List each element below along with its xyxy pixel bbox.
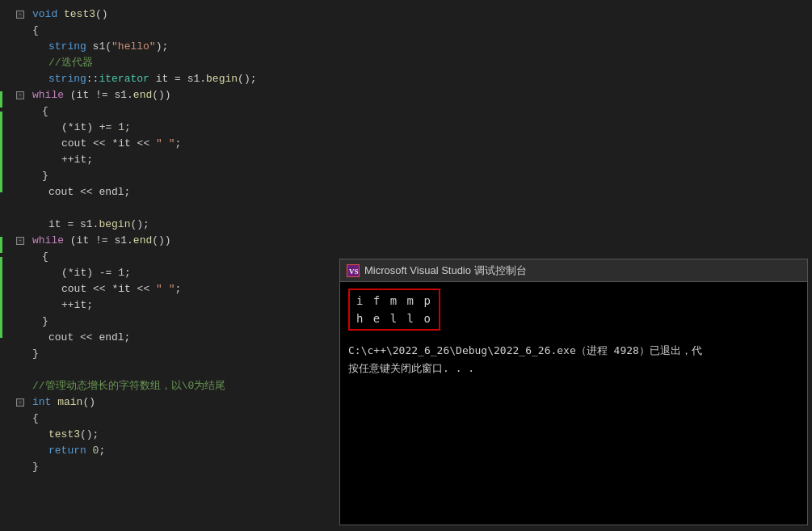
code-line-21: cout << endl; — [0, 330, 339, 346]
green-bar-15 — [0, 237, 2, 253]
code-line-15: - while (it != s1.end()) — [0, 233, 339, 249]
code-text-19: ++it; — [29, 297, 93, 314]
code-text-7: { — [29, 103, 48, 120]
collapse-btn-15[interactable]: - — [16, 237, 24, 245]
code-text-16: { — [29, 249, 48, 265]
svg-text:VS: VS — [349, 268, 359, 276]
code-text-20: } — [29, 314, 48, 330]
code-line-6: - while (it != s1.end()) — [0, 87, 339, 103]
code-text-1: void test3() — [29, 6, 108, 23]
console-press: 按任意键关闭此窗口. . . — [348, 360, 799, 377]
code-text-24: //管理动态增长的字符数组，以\0为结尾 — [29, 378, 225, 394]
code-line-12: cout << endl; — [0, 184, 339, 200]
code-line-14: it = s1.begin(); — [0, 217, 339, 233]
code-line-9: cout << *it << " "; — [0, 136, 339, 152]
green-bar-6 — [0, 91, 2, 107]
code-text-8: (*it) += 1; — [29, 120, 131, 136]
code-editor: - void test3() { string s1("hello"); //迭… — [0, 0, 339, 531]
code-line-8: (*it) += 1; — [0, 120, 339, 136]
code-text-6: while (it != s1.end()) — [29, 87, 171, 103]
collapse-btn-25[interactable]: - — [16, 398, 24, 407]
code-text-10: ++it; — [29, 152, 93, 168]
code-text-11: } — [29, 168, 48, 184]
code-line-2: { — [0, 23, 339, 39]
green-bar-10 — [0, 160, 2, 176]
code-text-25: int main() — [29, 394, 95, 411]
code-line-18: cout << *it << " "; — [0, 281, 339, 297]
green-bar-18 — [0, 289, 2, 306]
code-line-5: string::iterator it = s1.begin(); — [0, 71, 339, 87]
code-text-28: return 0; — [29, 443, 105, 459]
collapse-btn-6[interactable]: - — [16, 91, 24, 99]
code-line-1: - void test3() — [0, 6, 339, 23]
code-line-29: } — [0, 459, 339, 475]
console-body: i f m m p h e l l o C:\c++\2022_6_26\Deb… — [340, 282, 807, 384]
code-line-7: { — [0, 103, 339, 120]
green-bar-19 — [0, 306, 2, 322]
code-line-13 — [0, 200, 339, 217]
gutter-1: - — [0, 11, 29, 19]
code-line-27: test3(); — [0, 427, 339, 443]
console-titlebar: VS Microsoft Visual Studio 调试控制台 — [340, 259, 807, 282]
code-line-23 — [0, 362, 339, 378]
code-text-9: cout << *it << " "; — [29, 136, 181, 152]
code-text-15: while (it != s1.end()) — [29, 233, 171, 249]
code-line-3: string s1("hello"); — [0, 39, 339, 55]
vs-icon: VS — [347, 264, 360, 277]
console-title: Microsoft Visual Studio 调试控制台 — [364, 263, 527, 278]
code-line-19: ++it; — [0, 297, 339, 314]
code-line-10: ++it; — [0, 152, 339, 168]
console-window: VS Microsoft Visual Studio 调试控制台 i f m m… — [339, 259, 808, 525]
code-line-16: { — [0, 249, 339, 265]
code-text-14: it = s1.begin(); — [29, 217, 149, 233]
code-text-12: cout << endl; — [29, 184, 130, 200]
code-container: - void test3() { string s1("hello"); //迭… — [0, 0, 339, 482]
gutter-6: - — [0, 91, 29, 99]
code-line-17: (*it) -= 1; — [0, 265, 339, 281]
code-line-28: return 0; — [0, 443, 339, 459]
green-bar-9 — [0, 144, 2, 160]
code-line-20: } — [0, 314, 339, 330]
code-line-11: } — [0, 168, 339, 184]
code-line-22: } — [0, 346, 339, 362]
green-bar-7 — [0, 112, 2, 128]
code-text-29: } — [29, 459, 39, 475]
console-output-2: h e l l o — [356, 310, 432, 327]
console-output-1: i f m m p — [356, 292, 432, 310]
code-line-4: //迭代器 — [0, 55, 339, 71]
green-bar-8 — [0, 128, 2, 144]
code-text-3: string s1("hello"); — [29, 39, 168, 55]
code-text-4: //迭代器 — [29, 55, 93, 71]
console-path: C:\c++\2022_6_26\Debug\2022_6_26.exe（进程 … — [348, 342, 799, 360]
code-line-26: { — [0, 411, 339, 427]
code-text-21: cout << endl; — [29, 330, 130, 346]
green-bar-20 — [0, 322, 2, 338]
code-text-5: string::iterator it = s1.begin(); — [29, 71, 256, 87]
console-highlight-box: i f m m p h e l l o — [348, 289, 440, 331]
code-line-25: - int main() — [0, 394, 339, 411]
collapse-btn-1[interactable]: - — [16, 11, 24, 19]
gutter-15: - — [0, 237, 29, 245]
green-bar-17 — [0, 273, 2, 289]
code-text-27: test3(); — [29, 427, 99, 443]
editor-right-bg — [339, 0, 812, 259]
code-text-26: { — [29, 411, 39, 427]
gutter-25: - — [0, 398, 29, 407]
green-bar-11 — [0, 176, 2, 192]
green-bar-16 — [0, 257, 2, 273]
code-text-18: cout << *it << " "; — [29, 281, 181, 297]
code-text-22: } — [29, 346, 39, 362]
code-text-17: (*it) -= 1; — [29, 265, 131, 281]
code-text-2: { — [29, 23, 39, 39]
code-line-24: //管理动态增长的字符数组，以\0为结尾 — [0, 378, 339, 394]
